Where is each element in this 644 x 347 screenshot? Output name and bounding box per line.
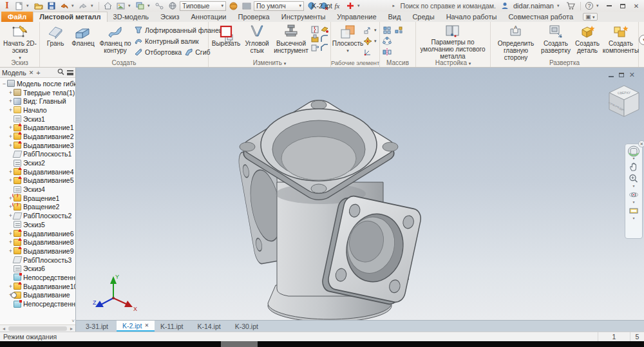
corner-round-icon[interactable] <box>319 33 329 42</box>
appearance-globe-icon[interactable] <box>228 1 239 11</box>
render-dropdown[interactable]: ▾ <box>128 3 133 8</box>
web-globe-icon[interactable] <box>167 1 178 11</box>
sheet-metal-defaults-button[interactable]: Параметры по умолчанию листового металла <box>418 23 488 59</box>
taskbar-app-block[interactable] <box>221 341 258 347</box>
browser-search-icon[interactable] <box>57 68 64 77</box>
document-tab[interactable]: 3-31.ipt <box>80 321 117 332</box>
tree-item[interactable]: Эскиз4 <box>0 185 75 194</box>
ribbon-appearance-button[interactable]: ▾ ▾ <box>639 22 644 58</box>
tree-item[interactable]: + Выдавливание10 <box>0 282 75 291</box>
document-tab[interactable]: K-2.ipt ✕ <box>117 321 155 332</box>
switch-window-icon[interactable] <box>135 1 146 11</box>
ifeature-icon[interactable] <box>319 24 329 33</box>
tree-item[interactable]: Эскиз5 <box>0 220 75 229</box>
environment-toggle-icon[interactable]: ▣ ▾ <box>583 13 598 21</box>
undo-icon[interactable] <box>59 1 70 11</box>
work-axis-icon[interactable] <box>363 26 372 35</box>
measure-plus-icon[interactable] <box>345 1 355 11</box>
ribbon-tab[interactable]: Начало работы <box>440 12 503 22</box>
tree-item[interactable]: + Начало <box>0 106 75 115</box>
tree-item[interactable]: + Выдавливание4 <box>0 167 75 176</box>
redo-icon[interactable] <box>78 1 89 11</box>
circular-pattern-icon[interactable] <box>382 37 392 46</box>
ribbon-tab[interactable]: Проверка <box>232 12 275 22</box>
search-panel-arrow[interactable]: ▸ <box>393 3 397 8</box>
navbar-close-icon[interactable]: ✕ <box>638 140 644 147</box>
tree-item[interactable]: + Вращение2 <box>0 203 75 212</box>
ribbon-tab[interactable]: 3D-модель <box>108 12 155 22</box>
look-at-icon[interactable] <box>627 205 640 216</box>
work-point-icon[interactable] <box>363 37 372 46</box>
appearance-clear-icon[interactable] <box>319 1 330 11</box>
document-tab-close-icon[interactable]: ✕ <box>144 323 149 328</box>
tree-item[interactable]: + РабПлоскость2 <box>0 211 75 220</box>
tree-item[interactable]: + Выдавливание8 <box>0 238 75 247</box>
ribbon-tab[interactable]: Вид <box>383 12 407 22</box>
ribbon-tab[interactable]: Листовой металл <box>33 12 107 22</box>
steering-wheel-dropdown[interactable]: ▾ <box>632 157 634 161</box>
corner-seam-button[interactable]: Угловой стык <box>242 23 272 59</box>
navbar-more-dropdown[interactable]: ▾ <box>632 217 634 221</box>
mirror-icon[interactable] <box>382 48 392 57</box>
hscroll-right-icon[interactable]: ▸ <box>68 326 75 332</box>
stamp-icon[interactable] <box>310 33 319 42</box>
cut-button[interactable]: Вырезать <box>211 23 242 59</box>
help-icon[interactable]: ? <box>585 2 593 10</box>
tree-item[interactable]: Непосредственное <box>0 299 75 308</box>
open-icon[interactable] <box>33 1 44 11</box>
redo-dropdown[interactable]: ▾ <box>91 3 95 8</box>
home-icon[interactable] <box>102 1 113 11</box>
hscroll-thumb[interactable] <box>8 326 67 331</box>
flange-button[interactable]: Фланец <box>69 23 97 59</box>
ribbon-tab[interactable]: Совместная работа <box>502 12 579 22</box>
zoom-icon[interactable] <box>627 173 640 184</box>
tree-item[interactable]: Эскиз6 <box>0 264 75 273</box>
document-tab[interactable]: K-30.ipt <box>229 321 267 332</box>
tree-item[interactable]: + Выдавливание6 <box>0 229 75 238</box>
tree-scroll-up-icon[interactable]: ˄ <box>71 79 75 85</box>
unfold-icon[interactable] <box>310 42 319 52</box>
appearance-refresh-icon[interactable] <box>306 1 317 11</box>
ribbon-tab[interactable]: Эскиз <box>155 12 185 22</box>
face-button[interactable]: Грань <box>42 23 69 59</box>
tree-scroll-down-icon[interactable]: ˅ <box>71 318 75 324</box>
user-name[interactable]: didar.naiman <box>513 2 554 10</box>
work-plane-button[interactable]: Плоскость ▾ <box>333 23 363 59</box>
tree-expander[interactable]: + <box>8 133 14 140</box>
save-icon[interactable] <box>46 1 57 11</box>
switch-window-dropdown[interactable]: ▾ <box>147 3 152 8</box>
tree-item[interactable]: + Выдавливание5 <box>0 176 75 185</box>
render-icon[interactable] <box>115 1 126 11</box>
help-dropdown[interactable]: ▾ <box>596 3 601 8</box>
presets-combobox[interactable]: Типовые ▾ <box>180 1 226 11</box>
undo-dropdown[interactable]: ▾ <box>71 3 76 8</box>
tree-expander[interactable]: + <box>8 239 14 245</box>
zoom-dropdown[interactable]: ▾ <box>632 185 634 189</box>
doc-minimize-button[interactable] <box>609 71 614 79</box>
model-viewport[interactable]: ✕ СВЕРХУ СПЕРЕДИ СПРАВА ✕ ▾ ▾ ▾ ▾ Y X Z <box>76 68 644 320</box>
tree-item[interactable]: − Модель после гибки <box>0 79 75 88</box>
ribbon-tab[interactable]: Управление <box>331 12 382 22</box>
ribbon-tab[interactable]: Среды <box>406 12 440 22</box>
store-cart-icon[interactable] <box>565 1 576 11</box>
tree-expander[interactable]: + <box>8 283 14 290</box>
material-combobox[interactable]: По умолч ▾ <box>254 1 304 11</box>
tree-expander[interactable]: + <box>8 177 14 183</box>
parameters-fx-icon[interactable]: fx <box>332 1 343 11</box>
browser-add-tab-icon[interactable]: + <box>36 69 40 77</box>
contour-flange-button[interactable]: Фланец по контуру <box>97 23 133 59</box>
inventor-logo[interactable]: I <box>3 1 12 11</box>
tree-item[interactable]: + Вид: Главный <box>0 97 75 106</box>
rip-icon[interactable] <box>310 24 319 33</box>
make-part-button[interactable]: Создать деталь <box>573 23 602 59</box>
tree-expander[interactable]: + <box>8 142 14 149</box>
orbit-dropdown[interactable]: ▾ <box>632 201 634 205</box>
ribbon-tab[interactable]: Аннотации <box>185 12 232 22</box>
tree-horizontal-scrollbar[interactable]: ◂ ▸ <box>0 324 75 332</box>
steering-wheel-icon[interactable] <box>627 145 640 156</box>
sketch-pattern-icon[interactable] <box>393 26 403 35</box>
tree-item[interactable]: Непосредственное <box>0 273 75 282</box>
user-dropdown[interactable]: ▾ <box>557 3 562 8</box>
rectangular-pattern-icon[interactable] <box>382 26 392 35</box>
orbit-icon[interactable] <box>627 189 640 200</box>
